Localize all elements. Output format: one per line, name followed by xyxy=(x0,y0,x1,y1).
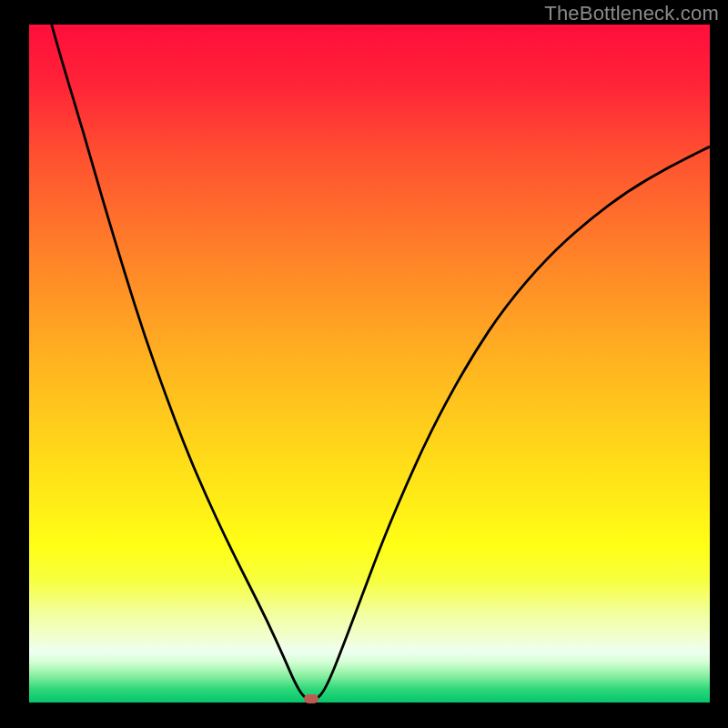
plot-area xyxy=(29,25,710,703)
bottleneck-curve xyxy=(29,25,710,703)
optimum-marker xyxy=(304,694,318,703)
watermark: TheBottleneck.com xyxy=(544,2,719,25)
chart-container: TheBottleneck.com xyxy=(0,0,728,728)
